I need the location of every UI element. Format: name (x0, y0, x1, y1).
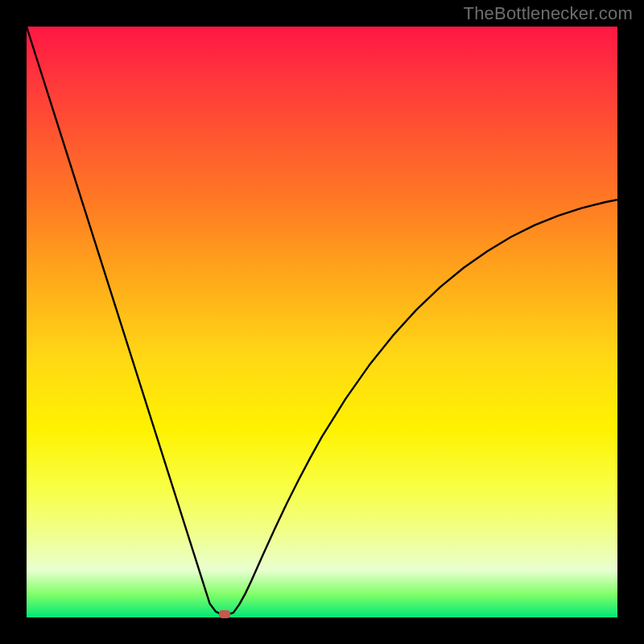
bottleneck-marker (219, 610, 230, 618)
watermark-text: TheBottlenecker.com (464, 3, 633, 24)
chart-container: TheBottlenecker.com (0, 0, 644, 644)
chart-curve (27, 27, 617, 617)
plot-area (27, 27, 617, 617)
